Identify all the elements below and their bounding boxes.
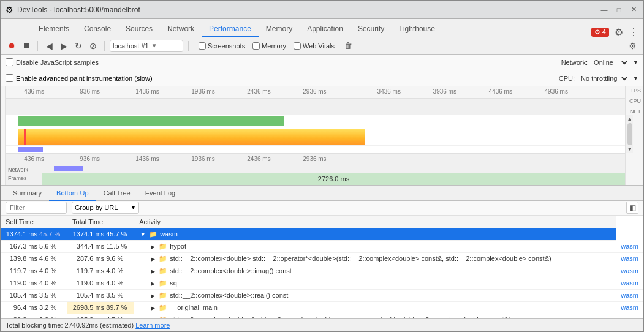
- tab-network[interactable]: Network: [160, 21, 202, 37]
- cell-total-time: 119.0 ms 4.0 %: [67, 277, 134, 289]
- tab-lighthouse[interactable]: Lighthouse: [392, 21, 442, 37]
- disable-js-label[interactable]: Disable JavaScript samples: [6, 58, 99, 66]
- tab-application[interactable]: Application: [300, 21, 350, 37]
- more-menu-button[interactable]: ⋮: [629, 27, 638, 37]
- tree-arrow[interactable]: ▶: [149, 305, 156, 311]
- activity-name: hypot: [170, 243, 186, 250]
- tab-memory[interactable]: Memory: [259, 21, 300, 37]
- screenshots-checkbox-label[interactable]: Screenshots: [199, 42, 245, 50]
- stop-button[interactable]: ⊘: [87, 40, 99, 52]
- table-row[interactable]: 96.4 ms 3.2 %2698.5 ms 89.7 %▶📁__origina…: [1, 301, 643, 314]
- network-dropdown-icon: ▼: [633, 59, 638, 66]
- error-badge[interactable]: ⚙ 4: [591, 28, 609, 37]
- collapse-button[interactable]: ◧: [626, 202, 638, 214]
- tree-arrow[interactable]: ▶: [149, 281, 156, 287]
- cell-link[interactable]: wasm: [616, 301, 643, 314]
- forward-button[interactable]: ▶: [58, 40, 70, 52]
- tree-arrow[interactable]: ▶: [149, 293, 156, 299]
- table-row[interactable]: 119.0 ms 4.0 %119.0 ms 4.0 %▶📁sqwasm: [1, 277, 643, 289]
- scroll-thumb[interactable]: [627, 123, 632, 145]
- tab-call-tree[interactable]: Call Tree: [96, 186, 138, 201]
- advanced-paint-checkbox[interactable]: [6, 74, 13, 82]
- record-button[interactable]: ⏺: [6, 40, 18, 52]
- table-row[interactable]: 167.3 ms 5.6 %344.4 ms 11.5 %▶📁hypotwasm: [1, 240, 643, 252]
- tree-arrow[interactable]: ▶: [149, 268, 156, 274]
- table-row[interactable]: 88.0 ms 2.9 %135.9 ms 4.5 %▶📁std::__2::c…: [1, 314, 643, 318]
- tick2-1936: 1936 ms: [191, 156, 214, 162]
- tab-summary[interactable]: Summary: [6, 186, 49, 201]
- url-dropdown-icon[interactable]: ▼: [151, 42, 157, 49]
- table-container[interactable]: Self Time Total Time Activity 1374.1 ms …: [1, 216, 643, 319]
- bottom-tabs: Summary Bottom-Up Call Tree Event Log: [1, 186, 643, 201]
- close-button[interactable]: ✕: [629, 5, 638, 15]
- clear-button[interactable]: ⏹: [20, 40, 32, 52]
- cell-activity: ▶📁std::__2::complex<double>::real() cons…: [134, 289, 616, 301]
- back-button[interactable]: ◀: [43, 40, 55, 52]
- memory-checkbox-label[interactable]: Memory: [252, 42, 286, 50]
- tab-security[interactable]: Security: [350, 21, 392, 37]
- cell-link[interactable]: wasm: [616, 277, 643, 289]
- advanced-paint-label[interactable]: Enable advanced paint instrumentation (s…: [6, 74, 153, 82]
- table-row[interactable]: 139.8 ms 4.6 %287.6 ms 9.6 %▶📁std::__2::…: [1, 252, 643, 265]
- th-total-time[interactable]: Total Time: [67, 216, 134, 228]
- fps-label: FPS: [626, 86, 643, 94]
- web-vitals-checkbox-label[interactable]: Web Vitals: [294, 42, 335, 50]
- th-activity[interactable]: Activity: [134, 216, 616, 228]
- table-row[interactable]: 119.7 ms 4.0 %119.7 ms 4.0 %▶📁std::__2::…: [1, 265, 643, 277]
- tree-arrow[interactable]: ▶: [149, 244, 156, 250]
- tick2-936: 936 ms: [80, 156, 100, 162]
- cell-activity: ▶📁std::__2::complex<double>& std::__2::c…: [134, 314, 616, 318]
- activity-name: std::__2::complex<double>::imag() const: [170, 267, 292, 274]
- web-vitals-label: Web Vitals: [303, 42, 335, 50]
- scroll-up-arrow[interactable]: ▲: [627, 115, 632, 122]
- table-row[interactable]: 1374.1 ms 45.7 %1374.1 ms 45.7 %▼📁wasm: [1, 228, 643, 240]
- filter-input[interactable]: [6, 202, 67, 214]
- cell-link[interactable]: wasm: [616, 289, 643, 301]
- cpu-select[interactable]: No throttling 2x slowdown 4x slowdown 6x…: [578, 74, 629, 83]
- cell-activity: ▶📁__original_main: [134, 301, 616, 314]
- cell-link[interactable]: wasm: [616, 240, 643, 252]
- table-row[interactable]: 105.4 ms 3.5 %105.4 ms 3.5 %▶📁std::__2::…: [1, 289, 643, 301]
- folder-icon: 📁: [159, 255, 167, 262]
- network-select[interactable]: Online Fast 3G Slow 3G Offline: [591, 58, 629, 67]
- reload-button[interactable]: ↻: [72, 40, 85, 52]
- tree-arrow[interactable]: ▼: [139, 232, 146, 238]
- memory-checkbox[interactable]: [252, 42, 260, 50]
- disable-js-checkbox[interactable]: [6, 58, 13, 66]
- tab-elements[interactable]: Elements: [31, 21, 77, 37]
- options-row-2: Enable advanced paint instrumentation (s…: [1, 70, 643, 86]
- cell-total-time: 105.4 ms 3.5 %: [67, 289, 134, 301]
- cell-activity: ▶📁sq: [134, 277, 616, 289]
- cell-activity: ▶📁std::__2::complex<double>::imag() cons…: [134, 265, 616, 277]
- minimize-button[interactable]: —: [599, 5, 609, 15]
- timeline-main-content[interactable]: [6, 115, 625, 153]
- clear-recordings-button[interactable]: 🗑: [342, 40, 354, 52]
- tab-event-log[interactable]: Event Log: [138, 186, 183, 201]
- screenshots-checkbox[interactable]: [199, 42, 206, 50]
- cell-link[interactable]: wasm: [616, 314, 643, 318]
- folder-icon: 📁: [159, 304, 167, 311]
- cell-link[interactable]: wasm: [616, 265, 643, 277]
- groupby-select[interactable]: Group by URL ▼: [72, 202, 139, 214]
- tree-arrow[interactable]: ▶: [149, 256, 156, 262]
- cpu-spike: [24, 129, 26, 145]
- timeline-section: 436 ms 936 ms 1436 ms 1936 ms 2436 ms 29…: [1, 86, 643, 186]
- screenshots-label: Screenshots: [208, 42, 245, 50]
- status-text: Total blocking time: 2740.92ms (estimate…: [6, 322, 134, 329]
- learn-more-link[interactable]: Learn more: [135, 322, 170, 329]
- tab-sources[interactable]: Sources: [118, 21, 160, 37]
- cell-link[interactable]: wasm: [616, 252, 643, 265]
- tick-436: 436 ms: [24, 88, 44, 95]
- tab-performance[interactable]: Performance: [202, 21, 259, 37]
- web-vitals-checkbox[interactable]: [294, 42, 301, 50]
- tab-console[interactable]: Console: [77, 21, 118, 37]
- th-self-time[interactable]: Self Time: [1, 216, 67, 228]
- cell-total-time: 344.4 ms 11.5 %: [67, 240, 134, 252]
- scroll-down-arrow[interactable]: ▼: [627, 146, 632, 153]
- tab-bottom-up[interactable]: Bottom-Up: [49, 186, 96, 201]
- url-text: localhost #1: [113, 42, 149, 50]
- settings-button[interactable]: ⚙: [614, 27, 624, 37]
- performance-settings-button[interactable]: ⚙: [626, 40, 638, 52]
- maximize-button[interactable]: □: [614, 5, 624, 15]
- bottom-section: Summary Bottom-Up Call Tree Event Log Gr…: [1, 186, 643, 318]
